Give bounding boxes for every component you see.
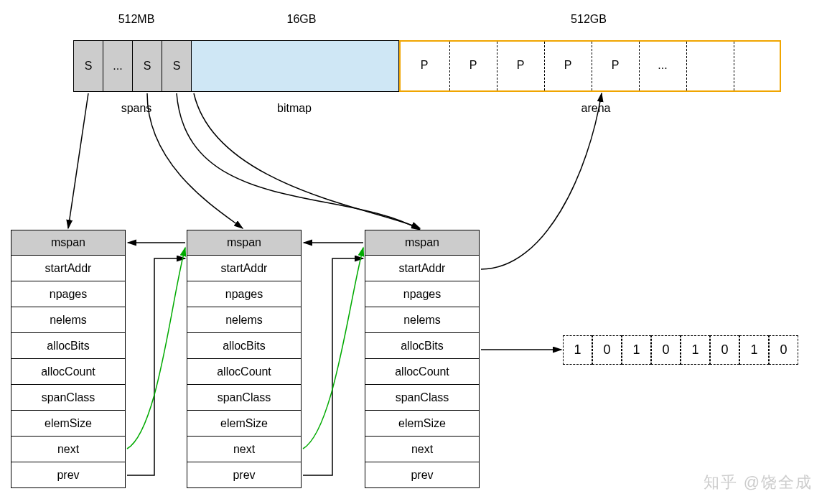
bit-cell: 1 bbox=[622, 335, 651, 365]
watermark-text: 知乎 @饶全成 bbox=[704, 472, 813, 493]
mspan-field: allocBits bbox=[187, 333, 302, 359]
arena-sep bbox=[686, 42, 687, 90]
arena-p3: P bbox=[497, 59, 544, 72]
mspan-field: npages bbox=[365, 281, 480, 307]
mspan-field: next bbox=[11, 437, 126, 462]
bit-cell: 0 bbox=[710, 335, 739, 365]
bit-cell: 0 bbox=[592, 335, 622, 365]
bitmap-section-label: bitmap bbox=[251, 102, 337, 115]
mspan-field: prev bbox=[187, 462, 302, 488]
spans-size-label: 512MB bbox=[79, 13, 194, 26]
mspan-field: allocCount bbox=[365, 359, 480, 385]
mspan-field: next bbox=[187, 437, 302, 462]
arena-p1: P bbox=[399, 59, 449, 72]
mspan-field: prev bbox=[365, 462, 480, 488]
mspan-field: prev bbox=[11, 462, 126, 488]
mspan-field: spanClass bbox=[187, 385, 302, 411]
mspan-field: next bbox=[365, 437, 480, 462]
arena-sep bbox=[734, 42, 734, 90]
mspan-field: nelems bbox=[187, 307, 302, 333]
bit-cell: 1 bbox=[739, 335, 769, 365]
spans-cell-s3: S bbox=[162, 40, 192, 92]
bit-cell: 1 bbox=[563, 335, 592, 365]
mspan-field: npages bbox=[187, 281, 302, 307]
mspan-field: startAddr bbox=[365, 256, 480, 281]
mspan-field: allocCount bbox=[187, 359, 302, 385]
arena-dots: ... bbox=[639, 59, 686, 72]
bit-cell: 0 bbox=[651, 335, 681, 365]
mspan-field: startAddr bbox=[11, 256, 126, 281]
mspan-column-1: mspan startAddr npages nelems allocBits … bbox=[11, 230, 126, 488]
spans-cell-dots: ... bbox=[103, 40, 133, 92]
mspan-header: mspan bbox=[187, 230, 302, 256]
mspan-field: allocCount bbox=[11, 359, 126, 385]
mspan-field: startAddr bbox=[187, 256, 302, 281]
mspan-column-2: mspan startAddr npages nelems allocBits … bbox=[187, 230, 302, 488]
spans-cell-s2: S bbox=[132, 40, 162, 92]
mspan-field: npages bbox=[11, 281, 126, 307]
mspan-field: nelems bbox=[11, 307, 126, 333]
mspan-field: allocBits bbox=[11, 333, 126, 359]
arena-p5: P bbox=[592, 59, 639, 72]
arena-size-label: 512GB bbox=[531, 13, 646, 26]
mspan-field: elemSize bbox=[11, 411, 126, 437]
mspan-header: mspan bbox=[11, 230, 126, 256]
arena-p4: P bbox=[544, 59, 592, 72]
spans-section-label: spans bbox=[93, 102, 179, 115]
mspan-header: mspan bbox=[365, 230, 480, 256]
bit-cell: 1 bbox=[681, 335, 710, 365]
arena-p2: P bbox=[449, 59, 497, 72]
bitmap-size-label: 16GB bbox=[244, 13, 359, 26]
spans-cell-s1: S bbox=[73, 40, 103, 92]
mspan-field: nelems bbox=[365, 307, 480, 333]
mspan-field: spanClass bbox=[11, 385, 126, 411]
mspan-field: allocBits bbox=[365, 333, 480, 359]
bit-cell: 0 bbox=[769, 335, 798, 365]
mspan-column-3: mspan startAddr npages nelems allocBits … bbox=[365, 230, 480, 488]
mspan-field: elemSize bbox=[365, 411, 480, 437]
mspan-field: spanClass bbox=[365, 385, 480, 411]
mspan-field: elemSize bbox=[187, 411, 302, 437]
bitmap-box bbox=[191, 40, 399, 92]
arena-section-label: arena bbox=[553, 102, 639, 115]
